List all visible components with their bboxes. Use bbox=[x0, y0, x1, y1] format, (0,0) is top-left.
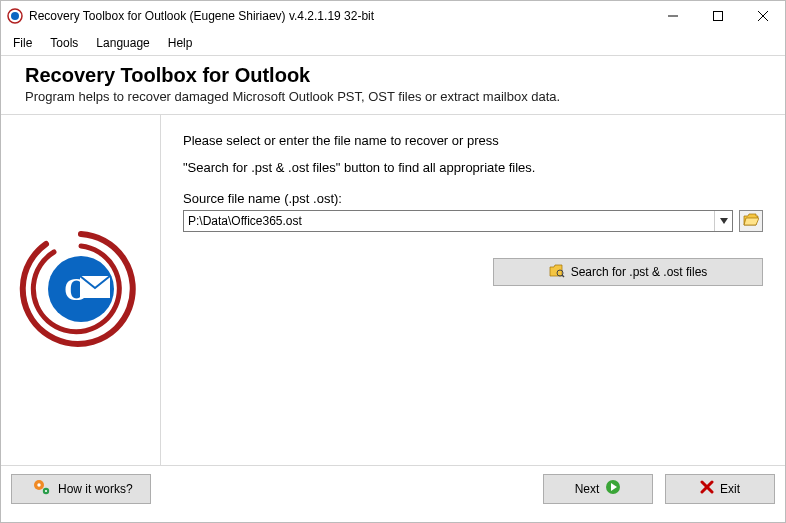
page-subtitle: Program helps to recover damaged Microso… bbox=[25, 89, 761, 104]
svg-line-11 bbox=[562, 275, 564, 277]
source-file-label: Source file name (.pst .ost): bbox=[183, 191, 763, 206]
close-icon bbox=[700, 480, 714, 497]
next-label: Next bbox=[575, 482, 600, 496]
svg-point-15 bbox=[45, 490, 47, 492]
exit-label: Exit bbox=[720, 482, 740, 496]
folder-search-icon bbox=[549, 264, 565, 281]
svg-rect-3 bbox=[713, 12, 722, 21]
chevron-down-icon[interactable] bbox=[714, 211, 732, 231]
close-button[interactable] bbox=[740, 1, 785, 31]
next-button[interactable]: Next bbox=[543, 474, 653, 504]
titlebar: Recovery Toolbox for Outlook (Eugene Shi… bbox=[1, 1, 785, 31]
menu-help[interactable]: Help bbox=[160, 33, 201, 53]
footer: How it works? Next Exit bbox=[1, 465, 785, 511]
window-title: Recovery Toolbox for Outlook (Eugene Shi… bbox=[29, 9, 650, 23]
source-file-combo[interactable] bbox=[183, 210, 733, 232]
menu-tools[interactable]: Tools bbox=[42, 33, 86, 53]
maximize-button[interactable] bbox=[695, 1, 740, 31]
window-controls bbox=[650, 1, 785, 31]
menu-language[interactable]: Language bbox=[88, 33, 157, 53]
header: Recovery Toolbox for Outlook Program hel… bbox=[1, 56, 785, 115]
browse-button[interactable] bbox=[739, 210, 763, 232]
arrow-right-icon bbox=[605, 479, 621, 498]
outlook-logo-icon: O bbox=[16, 224, 146, 357]
gears-icon bbox=[32, 478, 52, 499]
search-files-label: Search for .pst & .ost files bbox=[571, 265, 708, 279]
source-file-input[interactable] bbox=[184, 211, 714, 231]
minimize-button[interactable] bbox=[650, 1, 695, 31]
page-title: Recovery Toolbox for Outlook bbox=[25, 64, 761, 87]
search-row: Search for .pst & .ost files bbox=[183, 258, 763, 286]
exit-button[interactable]: Exit bbox=[665, 474, 775, 504]
instruction-line-2: "Search for .pst & .ost files" button to… bbox=[183, 160, 763, 175]
menu-file[interactable]: File bbox=[5, 33, 40, 53]
folder-open-icon bbox=[743, 213, 759, 230]
right-pane: Please select or enter the file name to … bbox=[161, 115, 785, 465]
main: O Please select or enter the file name t… bbox=[1, 115, 785, 465]
svg-point-13 bbox=[37, 483, 40, 486]
instruction-line-1: Please select or enter the file name to … bbox=[183, 133, 763, 148]
how-it-works-button[interactable]: How it works? bbox=[11, 474, 151, 504]
search-files-button[interactable]: Search for .pst & .ost files bbox=[493, 258, 763, 286]
left-pane: O bbox=[1, 115, 161, 465]
file-row bbox=[183, 210, 763, 232]
menubar: File Tools Language Help bbox=[1, 31, 785, 56]
how-it-works-label: How it works? bbox=[58, 482, 133, 496]
svg-marker-9 bbox=[720, 218, 728, 224]
svg-point-1 bbox=[11, 12, 19, 20]
app-icon bbox=[7, 8, 23, 24]
